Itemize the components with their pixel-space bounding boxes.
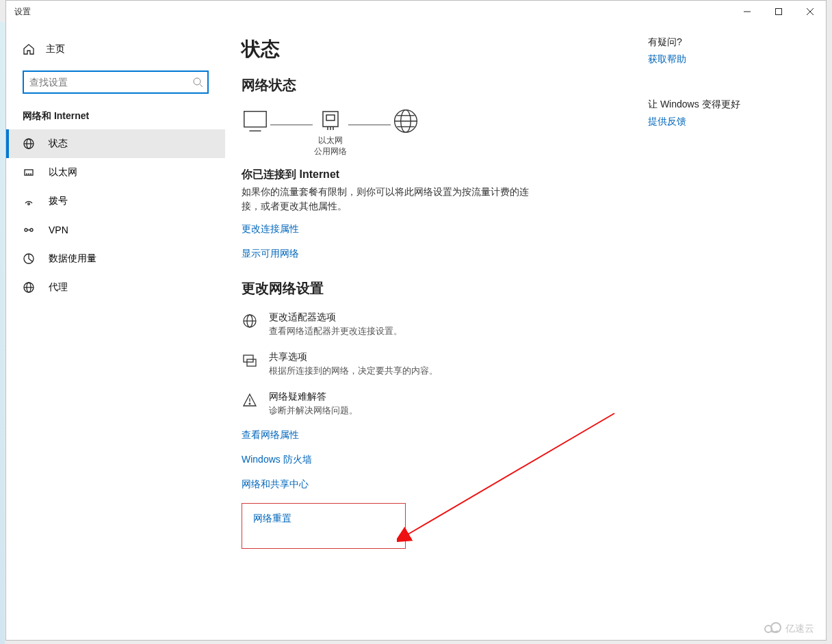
diagram-line: [348, 125, 391, 125]
search-container: [23, 70, 209, 94]
sharing-icon: [242, 352, 258, 369]
window-title: 设置: [6, 6, 31, 18]
sidebar-item-status[interactable]: 状态: [6, 129, 225, 158]
network-status-heading: 网络状态: [242, 76, 634, 94]
diagram-adapter: 以太网公用网络: [314, 107, 347, 157]
change-network-settings-heading: 更改网络设置: [242, 279, 634, 298]
svg-point-42: [771, 623, 781, 632]
svg-text:亿速云: 亿速云: [785, 623, 814, 634]
main-column: 状态 网络状态 以太网公用网络: [242, 36, 634, 640]
home-icon: [23, 43, 35, 55]
adapter-options-icon: [242, 313, 258, 329]
help-block: 有疑问? 获取帮助: [648, 36, 805, 66]
option-title: 更改适配器选项: [269, 311, 402, 324]
option-title: 共享选项: [269, 351, 438, 363]
svg-rect-1: [776, 9, 782, 15]
diagram-label-mid: 以太网公用网络: [314, 136, 347, 157]
diagram-label-empty: [254, 136, 256, 157]
sidebar-item-label: 数据使用量: [49, 253, 96, 265]
settings-window: 设置 主页: [5, 0, 827, 641]
connected-text: 如果你的流量套餐有限制，则你可以将此网络设置为按流量计费的连接，或者更改其他属性…: [242, 185, 529, 214]
svg-rect-36: [244, 355, 253, 362]
improve-block: 让 Windows 变得更好 提供反馈: [648, 99, 805, 128]
svg-point-13: [28, 203, 30, 205]
search-input[interactable]: [23, 70, 209, 94]
view-network-properties-link[interactable]: 查看网络属性: [242, 429, 634, 441]
close-button[interactable]: [794, 1, 826, 23]
network-sharing-center-link[interactable]: 网络和共享中心: [242, 478, 634, 491]
minimize-button[interactable]: [731, 1, 763, 23]
sidebar-item-vpn[interactable]: VPN: [6, 216, 225, 244]
titlebar: 设置: [6, 1, 826, 23]
search-icon: [192, 77, 203, 88]
background-edge: [0, 22, 5, 644]
option-sharing[interactable]: 共享选项 根据所连接到的网络，决定要共享的内容。: [242, 351, 634, 377]
windows-firewall-link[interactable]: Windows 防火墙: [242, 454, 634, 466]
close-icon: [806, 8, 814, 16]
svg-rect-21: [244, 111, 266, 127]
globe-icon: [23, 138, 35, 150]
get-help-link[interactable]: 获取帮助: [648, 53, 686, 64]
svg-rect-37: [247, 359, 256, 366]
content: 状态 网络状态 以太网公用网络: [225, 23, 826, 640]
ethernet-icon: [23, 166, 35, 179]
option-desc: 诊断并解决网络问题。: [269, 404, 358, 417]
option-adapter[interactable]: 更改适配器选项 查看网络适配器并更改连接设置。: [242, 311, 634, 337]
diagram-pc: [242, 107, 269, 157]
home-button[interactable]: 主页: [6, 36, 225, 62]
search-wrap: [6, 62, 225, 94]
minimize-icon: [743, 8, 751, 16]
sidebar-item-label: VPN: [49, 224, 68, 235]
option-troubleshoot[interactable]: 网络疑难解答 诊断并解决网络问题。: [242, 391, 634, 417]
sidebar-item-ethernet[interactable]: 以太网: [6, 158, 225, 187]
window-controls: [731, 1, 826, 23]
option-desc: 查看网络适配器并更改连接设置。: [269, 325, 402, 337]
sidebar-group-title: 网络和 Internet: [6, 94, 225, 129]
sidebar-item-label: 状态: [49, 138, 68, 150]
body: 主页 网络和 Internet 状态 以太网 拨号: [6, 23, 826, 640]
svg-rect-24: [326, 115, 335, 120]
network-reset-highlight: 网络重置: [242, 503, 406, 549]
watermark: 亿速云: [762, 619, 824, 639]
adapter-icon: [317, 107, 344, 134]
datausage-icon: [23, 253, 35, 265]
proxy-icon: [23, 281, 35, 294]
pc-icon: [242, 107, 269, 135]
show-available-networks-link[interactable]: 显示可用网络: [242, 248, 299, 260]
maximize-icon: [775, 8, 783, 16]
maximize-button[interactable]: [763, 1, 794, 23]
diagram-label-empty: [404, 136, 406, 157]
change-connection-properties-link[interactable]: 更改连接属性: [242, 223, 299, 235]
option-title: 网络疑难解答: [269, 391, 358, 403]
feedback-link[interactable]: 提供反馈: [648, 116, 686, 127]
svg-point-14: [25, 229, 27, 231]
svg-point-15: [30, 229, 33, 231]
option-text: 共享选项 根据所连接到的网络，决定要共享的内容。: [269, 351, 438, 377]
sidebar-item-label: 拨号: [49, 195, 68, 207]
sidebar: 主页 网络和 Internet 状态 以太网 拨号: [6, 23, 225, 640]
svg-rect-23: [323, 112, 338, 127]
network-reset-link[interactable]: 网络重置: [253, 513, 291, 524]
vpn-icon: [23, 224, 35, 236]
option-desc: 根据所连接到的网络，决定要共享的内容。: [269, 365, 438, 377]
home-label: 主页: [46, 43, 65, 55]
sidebar-item-label: 以太网: [49, 166, 77, 179]
sidebar-item-dialup[interactable]: 拨号: [6, 187, 225, 216]
connected-heading: 你已连接到 Internet: [242, 168, 634, 182]
improve-heading: 让 Windows 变得更好: [648, 99, 805, 111]
dialup-icon: [23, 195, 35, 207]
help-heading: 有疑问?: [648, 36, 805, 49]
diagram-line: [270, 125, 313, 125]
svg-line-5: [200, 84, 203, 87]
option-text: 网络疑难解答 诊断并解决网络问题。: [269, 391, 358, 417]
internet-icon: [392, 107, 419, 135]
svg-point-39: [249, 403, 250, 404]
svg-point-4: [194, 78, 200, 85]
side-column: 有疑问? 获取帮助 让 Windows 变得更好 提供反馈: [634, 36, 805, 640]
option-text: 更改适配器选项 查看网络适配器并更改连接设置。: [269, 311, 402, 337]
sidebar-item-label: 代理: [49, 281, 68, 294]
sidebar-item-proxy[interactable]: 代理: [6, 273, 225, 302]
troubleshoot-icon: [242, 392, 258, 409]
sidebar-item-datausage[interactable]: 数据使用量: [6, 244, 225, 273]
page-title: 状态: [242, 36, 634, 62]
